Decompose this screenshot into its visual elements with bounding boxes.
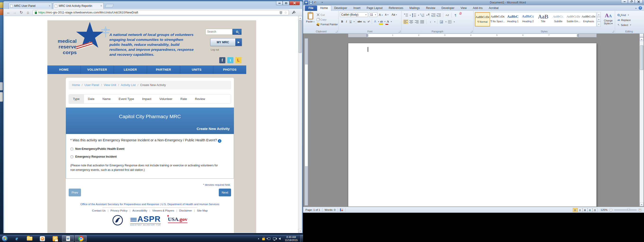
right-indent-marker[interactable] bbox=[577, 34, 579, 37]
restore-button[interactable] bbox=[628, 0, 635, 3]
address-bar[interactable]: https://mrc-gis-2011-stage.icfwebservice… bbox=[33, 10, 289, 15]
minimize-button[interactable] bbox=[621, 0, 628, 3]
document-scrollbar[interactable]: ▲ ▼ bbox=[640, 37, 644, 206]
twitter-icon[interactable]: t bbox=[227, 57, 234, 63]
tab-close-icon[interactable]: × bbox=[99, 4, 102, 7]
browser-tab-activity-reporting[interactable]: MRC Unit Activity Reportin × bbox=[53, 2, 104, 9]
network-icon[interactable] bbox=[273, 238, 276, 240]
view-ruler-button[interactable] bbox=[640, 34, 644, 37]
ribbon-tab-page-layout[interactable]: Page Layout bbox=[364, 5, 386, 11]
word-app-icon[interactable]: W bbox=[304, 0, 308, 4]
ribbon-tab-home[interactable]: Home bbox=[317, 5, 331, 11]
clipboard-dialog-launcher[interactable] bbox=[336, 30, 338, 32]
zoom-slider-handle[interactable] bbox=[627, 208, 630, 212]
align-left-button[interactable] bbox=[404, 20, 408, 24]
copy-button[interactable]: Copy bbox=[317, 17, 326, 21]
breadcrumb-home[interactable]: Home bbox=[72, 83, 80, 87]
reload-button[interactable]: ↻ bbox=[18, 10, 24, 15]
forward-button[interactable]: → bbox=[12, 10, 18, 15]
wizard-tab-impact[interactable]: Impact bbox=[138, 95, 155, 104]
text-effects-button[interactable]: A bbox=[373, 19, 377, 24]
breadcrumb-view-unit[interactable]: View Unit bbox=[104, 83, 116, 87]
bold-button[interactable]: B bbox=[340, 19, 344, 24]
ribbon-tab-insert[interactable]: Insert bbox=[350, 5, 364, 11]
styles-dialog-launcher[interactable] bbox=[612, 30, 614, 32]
taskbar-outlook[interactable]: O bbox=[49, 235, 61, 242]
usagov-logo[interactable]: ★ USA.gov bbox=[168, 215, 188, 223]
radio-button[interactable] bbox=[70, 155, 74, 158]
page-shield-icon[interactable] bbox=[280, 11, 282, 14]
home-button[interactable]: ⌂ bbox=[25, 10, 31, 15]
ribbon-tab-file[interactable]: File bbox=[305, 5, 317, 11]
zoom-in-button[interactable]: + bbox=[638, 208, 642, 212]
cut-button[interactable]: Cut bbox=[317, 13, 324, 17]
ribbon-tab-developer[interactable]: Developer bbox=[331, 5, 350, 11]
proofing-status-icon[interactable] bbox=[340, 208, 343, 211]
nav-units[interactable]: UNITS bbox=[180, 65, 213, 74]
taskbar-word[interactable]: W bbox=[62, 235, 74, 242]
taskbar-internet-explorer[interactable]: e bbox=[11, 235, 23, 242]
justify-button[interactable] bbox=[420, 20, 424, 24]
nav-volunteer[interactable]: VOLUNTEER bbox=[80, 65, 114, 74]
change-styles-button[interactable]: AA ChangeStyles ▾ bbox=[602, 12, 615, 25]
desktop-icon-fragment[interactable] bbox=[0, 9, 3, 15]
show-desktop-button[interactable] bbox=[300, 235, 303, 242]
option-non-emergency[interactable]: Non-Emergency/Public Health Event bbox=[70, 147, 230, 150]
select-button[interactable]: ↖Select▼ bbox=[618, 23, 632, 27]
scroll-up-button[interactable]: ▲ bbox=[640, 37, 644, 41]
page-scrollbar[interactable]: ▲ ▼ bbox=[298, 16, 302, 233]
help-icon[interactable]: ? bbox=[638, 6, 642, 10]
change-case-button[interactable]: Aa▼ bbox=[391, 12, 398, 17]
redo-icon[interactable]: ↷ bbox=[318, 1, 320, 4]
wizard-tab-rate[interactable]: Rate bbox=[176, 95, 191, 104]
show-formatting-button[interactable]: ¶ bbox=[453, 13, 458, 17]
zoom-slider[interactable] bbox=[614, 210, 637, 210]
taskbar-chrome[interactable] bbox=[75, 235, 87, 242]
style-title[interactable]: AaBTitle bbox=[536, 12, 551, 26]
browser-tab-mrc-user-panel[interactable]: MRC User Panel × bbox=[8, 2, 52, 9]
decrease-indent-button[interactable] bbox=[431, 13, 436, 17]
zoom-out-button[interactable]: − bbox=[609, 208, 612, 212]
footer-link-viewers[interactable]: Viewers & Players bbox=[152, 209, 174, 212]
chrome-menu-wrench-icon[interactable] bbox=[291, 10, 296, 15]
line-spacing-button[interactable]: ↕ bbox=[428, 20, 433, 24]
wizard-tab-date[interactable]: Date bbox=[84, 95, 98, 104]
close-button[interactable] bbox=[635, 0, 642, 3]
scroll-down-button[interactable]: ▼ bbox=[298, 229, 302, 233]
ribbon-collapse-icon[interactable]: ▲ bbox=[635, 7, 637, 9]
undo-icon[interactable]: ↶ bbox=[314, 1, 316, 4]
ribbon-tab-acrobat[interactable]: Acrobat bbox=[486, 5, 502, 11]
style-emphasis[interactable]: AaBbCcDcEmphasis bbox=[581, 12, 596, 26]
aspr-logo[interactable]: ASPR ASSISTANT SECRETARY FOR bbox=[130, 215, 161, 226]
paragraph-dialog-launcher[interactable] bbox=[470, 30, 472, 32]
shading-button[interactable] bbox=[439, 20, 444, 24]
word-count[interactable]: Words: 0 bbox=[324, 208, 336, 211]
style-no-spacing[interactable]: AaBbCcDc¶ No Spaci... bbox=[490, 12, 505, 26]
superscript-button[interactable]: x² bbox=[366, 19, 371, 24]
taskbar-explorer[interactable] bbox=[24, 235, 36, 242]
ribbon-tab-references[interactable]: References bbox=[386, 5, 406, 11]
page-count[interactable]: Page: 1 of 1 bbox=[306, 208, 320, 211]
replace-button[interactable]: abReplace bbox=[618, 18, 631, 22]
close-button[interactable] bbox=[289, 1, 300, 5]
tab-close-icon[interactable]: × bbox=[47, 4, 50, 7]
vertical-ruler[interactable] bbox=[304, 38, 308, 206]
next-button[interactable]: Next bbox=[219, 189, 231, 196]
outline-view-button[interactable]: ▧ bbox=[588, 208, 592, 212]
find-button[interactable]: Find▼ bbox=[618, 13, 629, 17]
ribbon-tab-developer-2[interactable]: Developer bbox=[438, 5, 458, 11]
gallery-more-button[interactable]: ▼ bbox=[597, 22, 601, 27]
ribbon-tab-mailings[interactable]: Mailings bbox=[406, 5, 423, 11]
shrink-font-button[interactable]: A▼ bbox=[384, 12, 389, 17]
nav-photos[interactable]: PHOTOS bbox=[213, 65, 246, 74]
hhs-logo[interactable] bbox=[112, 215, 123, 226]
minimize-button[interactable] bbox=[276, 1, 283, 5]
save-icon[interactable] bbox=[310, 1, 312, 4]
grow-font-button[interactable]: A▲ bbox=[378, 12, 384, 17]
horizontal-ruler[interactable]: 1 2 3 4 5 6 7 bbox=[308, 34, 639, 37]
gallery-down-button[interactable]: ▼ bbox=[597, 17, 601, 22]
radio-button[interactable] bbox=[70, 147, 74, 150]
breadcrumb-activity-list[interactable]: Activity List bbox=[121, 83, 136, 87]
mrc-logo-wordmark[interactable]: medical reserve corps bbox=[52, 38, 77, 55]
footer-link-privacy[interactable]: Privacy Policy bbox=[110, 209, 128, 212]
